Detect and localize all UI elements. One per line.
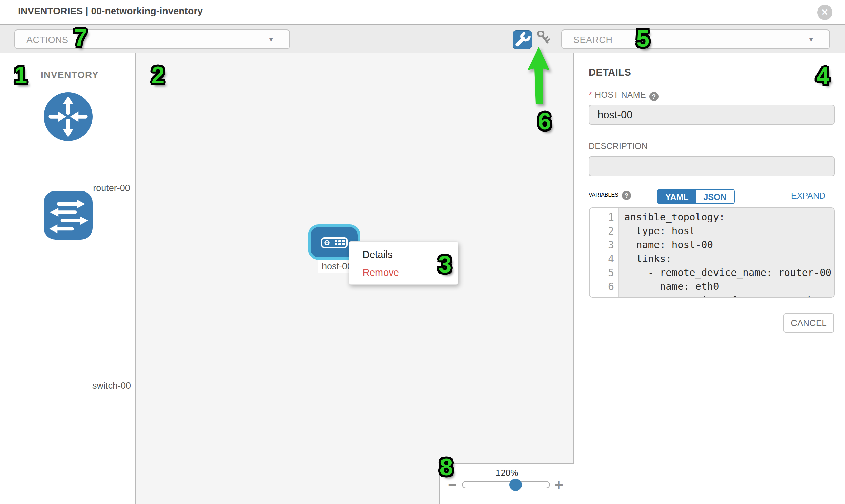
required-asterisk: *	[589, 90, 592, 99]
editor-code-area[interactable]: 1ansible_topology: 2 type: host 3 name: …	[619, 208, 834, 297]
description-label: DESCRIPTION	[589, 141, 648, 151]
host-name-label-row: *HOST NAME?	[589, 90, 658, 101]
annotation-arrow-up-icon	[522, 43, 557, 106]
line-text: links:	[624, 252, 672, 266]
variables-code-editor[interactable]: 1ansible_topology: 2 type: host 3 name: …	[589, 208, 835, 298]
code-line: 6 name: eth0	[619, 280, 834, 293]
expand-link[interactable]: EXPAND	[791, 191, 825, 201]
context-menu-item-remove[interactable]: Remove	[363, 267, 399, 278]
line-number: 3	[590, 238, 614, 252]
line-number: 1	[590, 210, 614, 224]
header-bar: INVENTORIES | 00-networking-inventory ✕	[0, 0, 845, 24]
close-icon[interactable]: ✕	[817, 5, 832, 20]
zoom-slider-track[interactable]	[462, 481, 550, 488]
code-line: 5 - remote_device_name: router-00	[619, 266, 834, 280]
variables-format-toggle: YAML JSON	[657, 189, 735, 204]
inventory-topology-screen: INVENTORIES | 00-networking-inventory ✕ …	[0, 0, 845, 504]
line-text: name: eth0	[624, 280, 719, 293]
line-number: 5	[590, 266, 614, 280]
host-name-field[interactable]	[589, 105, 835, 125]
line-number: 2	[590, 224, 614, 238]
zoom-level-value: 120%	[440, 468, 574, 478]
annotation-1: 1	[14, 62, 28, 89]
zoom-slider-handle[interactable]	[509, 479, 522, 491]
annotation-3: 3	[438, 251, 452, 278]
host-name-label: HOST NAME	[595, 90, 646, 99]
annotation-4: 4	[816, 62, 830, 89]
actions-dropdown-label: ACTIONS	[27, 35, 69, 46]
annotation-5: 5	[636, 25, 650, 52]
details-panel-title: DETAILS	[589, 67, 631, 78]
code-line: 4 links:	[619, 252, 834, 266]
line-number: 6	[590, 280, 614, 293]
toolbar: ACTIONS ▼ SEARCH ▼	[0, 24, 845, 53]
description-field[interactable]	[589, 156, 835, 176]
line-text: ansible_topology:	[624, 210, 725, 224]
line-text: name: host-00	[624, 238, 713, 252]
zoom-in-button[interactable]: +	[554, 476, 563, 493]
zoom-control-panel: 120% − +	[439, 463, 574, 504]
router-icon	[44, 92, 92, 141]
line-number: 4	[590, 252, 614, 266]
toggle-yaml[interactable]: YAML	[658, 190, 696, 203]
topology-canvas[interactable]: host-00 Details Remove 120% − +	[136, 53, 574, 504]
context-menu-item-details[interactable]: Details	[363, 249, 393, 260]
annotation-8: 8	[440, 453, 453, 481]
breadcrumb: INVENTORIES | 00-networking-inventory	[18, 6, 203, 17]
search-dropdown[interactable]: SEARCH ▼	[561, 30, 830, 49]
toggle-json[interactable]: JSON	[696, 190, 734, 203]
variables-label: VARIABLES	[589, 192, 618, 198]
device-router[interactable]: router-00	[44, 92, 92, 141]
host-icon	[321, 237, 348, 248]
line-number: 7	[590, 293, 614, 298]
line-text: remote_interface_name: eth0	[624, 293, 820, 298]
search-dropdown-label: SEARCH	[574, 35, 613, 46]
variables-row: VARIABLES? YAML JSON EXPAND	[589, 191, 835, 206]
switch-icon	[44, 191, 92, 240]
code-line: 7 remote_interface_name: eth0	[619, 293, 834, 298]
line-text: type: host	[624, 224, 696, 238]
device-switch[interactable]: switch-00	[44, 191, 92, 240]
sidebar-title: INVENTORY	[41, 70, 99, 80]
help-icon[interactable]: ?	[622, 191, 631, 200]
annotation-2: 2	[152, 62, 165, 89]
chevron-down-icon: ▼	[808, 36, 814, 43]
inventory-sidebar: INVENTORY router-00	[0, 53, 136, 504]
help-icon[interactable]: ?	[649, 92, 658, 101]
code-line: 3 name: host-00	[619, 238, 834, 252]
annotation-7: 7	[74, 24, 87, 52]
code-line: 1ansible_topology:	[619, 210, 834, 224]
line-text: - remote_device_name: router-00	[624, 266, 831, 280]
chevron-down-icon: ▼	[267, 36, 274, 43]
actions-dropdown[interactable]: ACTIONS ▼	[14, 30, 290, 49]
annotation-6: 6	[538, 108, 551, 135]
details-panel: DETAILS *HOST NAME? DESCRIPTION VARIABLE…	[574, 53, 845, 504]
cancel-button[interactable]: CANCEL	[783, 313, 834, 333]
code-line: 2 type: host	[619, 224, 834, 238]
